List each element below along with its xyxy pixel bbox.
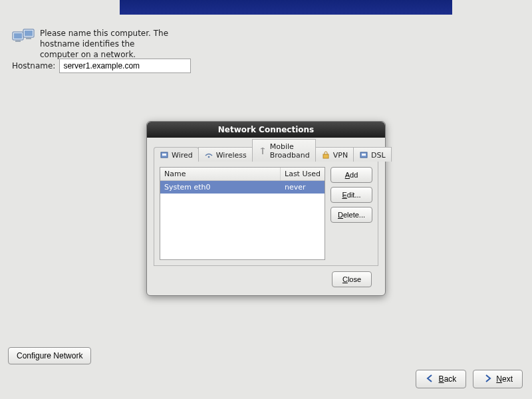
lock-icon — [321, 150, 331, 160]
svg-rect-4 — [25, 31, 33, 36]
tab-wireless[interactable]: Wireless — [198, 147, 253, 162]
tab-label: Wireless — [216, 151, 247, 160]
hostname-label: Hostname: — [12, 61, 55, 70]
tab-wired[interactable]: Wired — [154, 147, 199, 162]
next-button[interactable]: Next — [473, 370, 523, 388]
list-item[interactable]: System eth0 never — [160, 181, 325, 194]
tab-label: Wired — [172, 151, 193, 160]
list-header: Name Last Used — [160, 168, 325, 181]
tab-content-wired: Name Last Used System eth0 never Add Edi… — [154, 162, 378, 266]
close-button[interactable]: Close — [332, 271, 372, 287]
hostname-row: Hostname: — [12, 59, 191, 73]
column-name[interactable]: Name — [160, 168, 281, 180]
hostname-instruction: Please name this computer. The hostname … — [40, 28, 173, 61]
wifi-icon — [204, 150, 213, 160]
dialog-footer: Close — [154, 266, 378, 287]
tab-dsl[interactable]: DSL — [353, 147, 392, 162]
installer-banner — [120, 0, 452, 15]
tabs-strip: Wired Wireless Mobile Broadband VPN DSL — [154, 144, 378, 162]
network-connections-dialog: Network Connections Wired Wireless Mobil… — [146, 121, 386, 296]
add-button[interactable]: Add — [331, 167, 372, 183]
svg-rect-10 — [323, 154, 329, 158]
svg-rect-7 — [162, 154, 166, 156]
configure-network-button[interactable]: Configure Network — [8, 347, 91, 364]
side-buttons: Add Edit... Delete... — [331, 167, 372, 260]
svg-rect-12 — [362, 154, 366, 156]
delete-button[interactable]: Delete... — [331, 207, 372, 223]
svg-point-8 — [207, 156, 209, 158]
hostname-header: Please name this computer. The hostname … — [12, 28, 173, 61]
svg-rect-2 — [15, 41, 21, 42]
connection-last-used: never — [281, 181, 325, 194]
connection-list[interactable]: Name Last Used System eth0 never — [160, 167, 325, 260]
tab-label: VPN — [333, 151, 348, 160]
dialog-title: Network Connections — [147, 122, 385, 138]
configure-network-area: Configure Network — [8, 347, 91, 364]
tab-label: Mobile Broadband — [270, 142, 310, 160]
back-button[interactable]: Back — [416, 370, 467, 388]
antenna-icon — [258, 146, 267, 156]
connection-name: System eth0 — [160, 181, 281, 194]
computer-icon — [12, 28, 35, 49]
tab-vpn[interactable]: VPN — [315, 147, 354, 162]
nav-buttons: Back Next — [416, 370, 523, 388]
arrow-left-icon — [426, 374, 435, 385]
svg-rect-5 — [26, 38, 31, 39]
hostname-input[interactable] — [59, 59, 191, 73]
tab-label: DSL — [371, 151, 386, 160]
ethernet-icon — [160, 150, 169, 160]
arrow-right-icon — [483, 374, 492, 385]
ethernet-icon — [359, 150, 368, 160]
svg-rect-1 — [14, 33, 22, 39]
edit-button[interactable]: Edit... — [331, 187, 372, 203]
column-last-used[interactable]: Last Used — [281, 168, 325, 180]
tab-mobile-broadband[interactable]: Mobile Broadband — [252, 139, 316, 162]
